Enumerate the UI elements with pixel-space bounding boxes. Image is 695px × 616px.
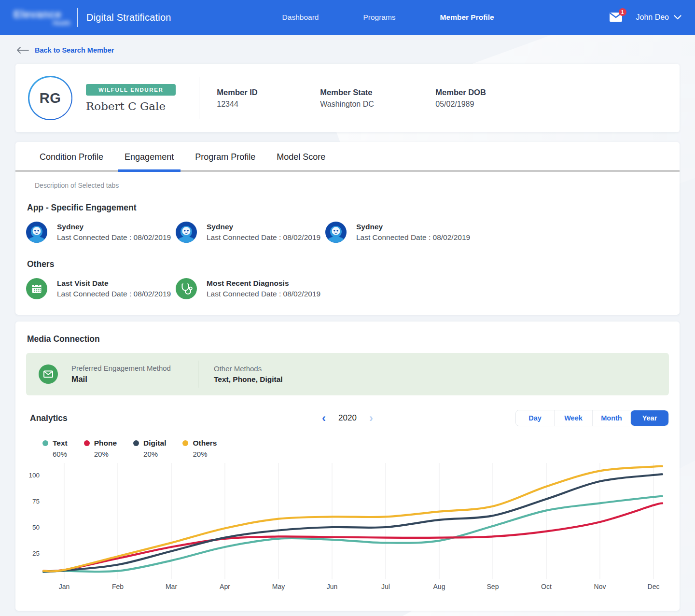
svg-text:Nov: Nov [594,583,606,590]
legend-label: Digital [143,439,166,448]
other-methods: Other Methods Text, Phone, Digital [214,364,283,384]
tab-label: Engagement [125,152,174,162]
top-navigation-bar: Elevance Health Digital Stratification D… [0,0,695,35]
svg-text:Sep: Sep [487,583,499,590]
app-engagement-item[interactable]: Sydney Last Connected Date : 08/02/2019 [325,222,475,243]
analytics-header: Analytics ‹ 2020 › Day Week Month Year [26,410,669,426]
divider [199,77,199,119]
app-last-connected: Last Connected Date : 08/02/2019 [356,233,470,242]
svg-text:Oct: Oct [541,583,552,590]
others-title: Others [15,246,680,269]
legend-item-digital: Digital 20% [133,439,166,458]
media-connection-card: Media Connection Preferred Engagement Me… [15,322,680,611]
legend-percent: 20% [193,450,217,458]
range-week-button[interactable]: Week [554,410,592,426]
other-methods-value: Text, Phone, Digital [214,375,283,384]
svg-text:Jun: Jun [327,583,338,590]
app-engagement-item[interactable]: Sydney Last Connected Date : 08/02/2019 [26,222,176,243]
app-last-connected: Last Connected Date : 08/02/2019 [57,233,171,242]
field-value: Washington DC [320,100,435,109]
svg-text:Feb: Feb [112,583,124,590]
preferred-method-label: Preferred Engagement Method [71,364,171,372]
mail-icon[interactable]: 1 [609,12,624,23]
svg-text:75: 75 [32,498,40,505]
brand-logo[interactable]: Elevance Health [14,8,70,27]
profile-tabs: Condition Profile Engagement Program Pro… [15,142,680,172]
member-status-badge: WILFULL ENDURER [86,84,176,96]
svg-text:Jul: Jul [381,583,390,590]
tab-model-score[interactable]: Model Score [276,142,326,172]
legend-label: Text [53,439,68,448]
legend-dot [133,440,139,446]
app-name: Sydney [207,223,320,231]
tab-label: Condition Profile [40,152,103,162]
legend-item-others: Others 20% [182,439,217,458]
sydney-app-icon [176,222,197,243]
sydney-app-icon [26,222,47,243]
svg-text:Aug: Aug [433,583,445,590]
nav-item-programs[interactable]: Programs [363,13,395,22]
legend-percent: 20% [143,450,166,458]
app-name: Sydney [57,223,171,231]
avatar-initials: RG [29,77,71,119]
back-arrow-icon[interactable] [16,47,29,54]
primary-nav: Dashboard Programs Member Profile [282,13,494,22]
member-identity: WILFULL ENDURER Robert C Gale [86,84,176,112]
user-menu[interactable]: John Deo [636,13,682,22]
stethoscope-icon [176,278,197,299]
range-year-button[interactable]: Year [630,410,668,426]
nav-item-dashboard[interactable]: Dashboard [282,13,319,22]
other-last-connected: Last Connected Date : 08/02/2019 [207,290,320,298]
member-field-dob: Member DOB 05/02/1989 [435,88,539,109]
avatar: RG [28,76,72,120]
svg-text:100: 100 [28,472,40,479]
nav-item-member-profile[interactable]: Member Profile [440,13,494,22]
other-name: Last Visit Date [57,279,171,288]
logo-divider [77,8,78,27]
legend-item-phone: Phone 20% [84,439,117,458]
divider [198,361,198,388]
member-field-state: Member State Washington DC [320,88,435,109]
tab-condition-profile[interactable]: Condition Profile [39,142,104,172]
app-last-connected: Last Connected Date : 08/02/2019 [207,233,320,242]
engagement-tab-card: Condition Profile Engagement Program Pro… [15,142,680,315]
legend-dot [182,440,188,446]
field-label: Member DOB [435,88,539,97]
previous-year-button[interactable]: ‹ [322,412,326,424]
svg-text:50: 50 [32,524,40,531]
topbar-right: 1 John Deo [609,12,682,23]
svg-text:Apr: Apr [220,583,230,590]
tab-program-profile[interactable]: Program Profile [194,142,256,172]
member-name: Robert C Gale [86,100,176,112]
app-title: Digital Stratification [86,12,171,23]
chart-legend: Text 60% Phone 20% Digital 20% Others 20… [42,439,680,458]
range-day-button[interactable]: Day [516,410,554,426]
range-toggle-group: Day Week Month Year [515,410,669,426]
brand-logo-subtext: Health [53,20,70,27]
back-to-search-member-link[interactable]: Back to Search Member [35,46,114,54]
legend-dot [42,440,48,446]
tab-label: Model Score [277,152,325,162]
app-engagement-item[interactable]: Sydney Last Connected Date : 08/02/2019 [176,222,325,243]
engagement-line-chart: JanFebMarAprMayJunJulAugSepOctNovDec2550… [15,462,680,594]
preferred-method: Preferred Engagement Method Mail [71,364,171,384]
chevron-down-icon [674,15,681,20]
field-value: 05/02/1989 [435,100,539,109]
other-item-diagnosis[interactable]: Most Recent Diagnosis Last Connected Dat… [176,278,325,299]
app-engagement-title: App - Specific Engagement [15,189,680,213]
member-fields: Member ID 12344 Member State Washington … [217,88,539,109]
field-value: 12344 [217,100,320,109]
analytics-title: Analytics [30,413,68,423]
range-month-button[interactable]: Month [592,410,630,426]
app-name: Sydney [356,223,470,231]
preferred-method-value: Mail [71,375,171,384]
other-name: Most Recent Diagnosis [207,279,320,288]
legend-percent: 60% [53,450,68,458]
tab-engagement[interactable]: Engagement [124,142,175,172]
member-field-id: Member ID 12344 [217,88,320,109]
member-summary-card: RG WILFULL ENDURER Robert C Gale Member … [15,64,680,132]
other-item-last-visit[interactable]: Last Visit Date Last Connected Date : 08… [26,278,176,299]
next-year-button[interactable]: › [369,412,373,424]
field-label: Member ID [217,88,320,97]
mail-method-icon [39,364,58,384]
